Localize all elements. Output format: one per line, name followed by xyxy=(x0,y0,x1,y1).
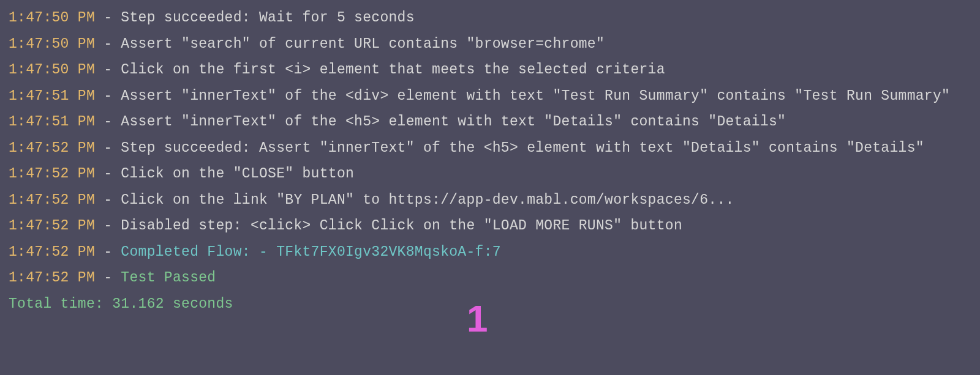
log-output: 1:47:50 PM - Step succeeded: Wait for 5 … xyxy=(9,5,971,291)
log-message: Step succeeded: Assert "innerText" of th… xyxy=(121,140,924,156)
log-separator: - xyxy=(95,192,121,208)
log-separator: - xyxy=(95,166,121,182)
log-timestamp: 1:47:51 PM xyxy=(9,114,95,130)
log-message: Assert "innerText" of the <h5> element w… xyxy=(121,114,786,130)
log-message: Disabled step: <click> Click Click on th… xyxy=(121,218,682,234)
log-separator: - xyxy=(95,270,121,286)
log-line: 1:47:52 PM - Test Passed xyxy=(9,265,971,291)
log-line: 1:47:52 PM - Step succeeded: Assert "inn… xyxy=(9,135,971,162)
log-message: Click on the "CLOSE" button xyxy=(121,166,354,182)
log-line: 1:47:52 PM - Disabled step: <click> Clic… xyxy=(9,213,971,239)
log-line: 1:47:52 PM - Click on the link "BY PLAN"… xyxy=(9,187,971,213)
log-timestamp: 1:47:50 PM xyxy=(9,62,95,78)
log-message: Completed Flow: - TFkt7FX0Igv32VK8MqskoA… xyxy=(121,244,501,260)
log-message: Test Passed xyxy=(121,270,216,286)
log-line: 1:47:50 PM - Click on the first <i> elem… xyxy=(9,57,971,83)
log-line: 1:47:51 PM - Assert "innerText" of the <… xyxy=(9,109,971,135)
log-timestamp: 1:47:52 PM xyxy=(9,218,95,234)
log-line: 1:47:52 PM - Completed Flow: - TFkt7FX0I… xyxy=(9,239,971,265)
log-message: Click on the first <i> element that meet… xyxy=(121,62,665,78)
log-line: 1:47:50 PM - Step succeeded: Wait for 5 … xyxy=(9,5,971,31)
log-timestamp: 1:47:52 PM xyxy=(9,166,95,182)
total-time: Total time: 31.162 seconds xyxy=(9,291,971,317)
log-separator: - xyxy=(95,218,121,234)
log-message: Assert "search" of current URL contains … xyxy=(121,36,605,52)
log-separator: - xyxy=(95,114,121,130)
log-separator: - xyxy=(95,88,121,104)
log-separator: - xyxy=(95,62,121,78)
log-line: 1:47:52 PM - Click on the "CLOSE" button xyxy=(9,161,971,187)
log-line: 1:47:50 PM - Assert "search" of current … xyxy=(9,31,971,58)
log-separator: - xyxy=(95,36,121,52)
log-message: Assert "innerText" of the <div> element … xyxy=(121,88,950,104)
log-timestamp: 1:47:52 PM xyxy=(9,140,95,156)
log-separator: - xyxy=(95,140,121,156)
log-separator: - xyxy=(95,244,121,260)
log-timestamp: 1:47:50 PM xyxy=(9,36,95,52)
log-separator: - xyxy=(95,10,121,26)
log-timestamp: 1:47:52 PM xyxy=(9,192,95,208)
log-line: 1:47:51 PM - Assert "innerText" of the <… xyxy=(9,83,971,110)
log-timestamp: 1:47:51 PM xyxy=(9,88,95,104)
annotation-1: 1 xyxy=(467,300,488,338)
log-timestamp: 1:47:52 PM xyxy=(9,270,95,286)
log-timestamp: 1:47:52 PM xyxy=(9,244,95,260)
log-message: Step succeeded: Wait for 5 seconds xyxy=(121,10,414,26)
log-message: Click on the link "BY PLAN" to https://a… xyxy=(121,192,734,208)
log-timestamp: 1:47:50 PM xyxy=(9,10,95,26)
